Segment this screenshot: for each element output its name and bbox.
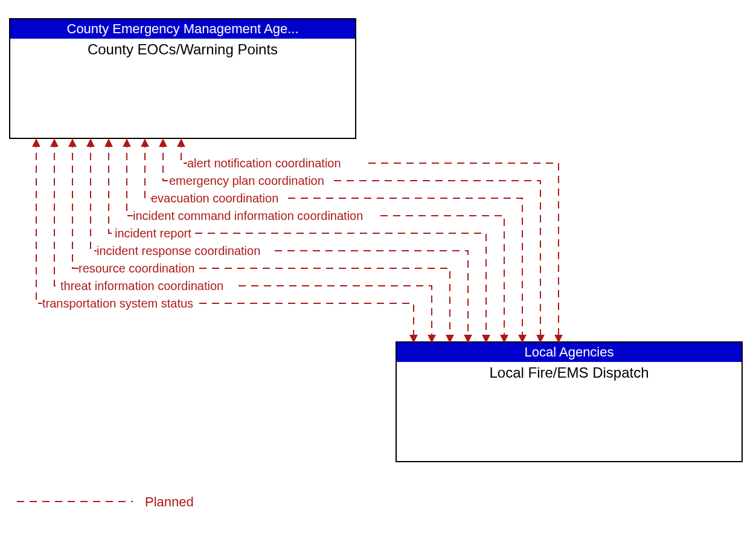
- flow-line: [181, 140, 187, 163]
- flow-line: [380, 216, 504, 341]
- flow-label: threat information coordination: [60, 279, 223, 293]
- top-entity-box: County Emergency Management Age... Count…: [9, 18, 356, 139]
- flow-line: [275, 251, 468, 341]
- flow-line: [54, 140, 60, 286]
- flow-label: resource coordination: [78, 262, 194, 276]
- bottom-entity-body: Local Fire/EMS Dispatch: [397, 362, 742, 384]
- bottom-entity-header: Local Agencies: [397, 343, 742, 362]
- flow-label: evacuation coordination: [151, 192, 278, 205]
- flow-line: [36, 140, 42, 303]
- flow-label: incident response coordination: [97, 244, 260, 258]
- flow-line: [91, 140, 97, 251]
- flow-label: alert notification coordination: [187, 156, 341, 170]
- flow-label: transportation system status: [42, 297, 193, 311]
- flow-line: [199, 268, 450, 341]
- bottom-entity-box: Local Agencies Local Fire/EMS Dispatch: [396, 341, 743, 462]
- flow-line: [145, 140, 151, 198]
- flow-line: [163, 140, 169, 181]
- flow-label: emergency plan coordination: [169, 174, 324, 188]
- top-entity-body: County EOCs/Warning Points: [10, 39, 355, 60]
- flow-label: incident command information coordinatio…: [133, 209, 363, 223]
- flow-line: [109, 140, 115, 233]
- legend-planned-label: Planned: [145, 494, 194, 510]
- flow-line: [334, 181, 540, 341]
- flow-line: [199, 303, 414, 341]
- flow-line: [72, 140, 78, 268]
- flow-label: incident report: [115, 227, 191, 240]
- flow-line: [127, 140, 133, 216]
- flow-line: [239, 286, 432, 341]
- flow-line: [368, 163, 559, 341]
- top-entity-header: County Emergency Management Age...: [10, 19, 355, 39]
